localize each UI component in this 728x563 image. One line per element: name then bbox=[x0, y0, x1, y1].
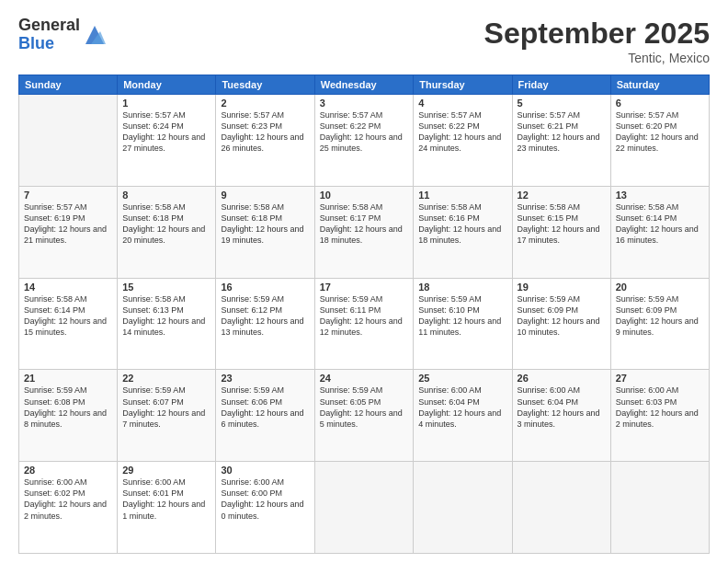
cell-w1-d3: 10Sunrise: 5:58 AM Sunset: 6:17 PM Dayli… bbox=[314, 186, 414, 278]
th-tuesday: Tuesday bbox=[216, 75, 314, 95]
cell-w0-d4: 4Sunrise: 5:57 AM Sunset: 6:22 PM Daylig… bbox=[414, 95, 512, 187]
calendar: Sunday Monday Tuesday Wednesday Thursday… bbox=[18, 75, 710, 554]
day-number: 24 bbox=[320, 373, 409, 384]
day-info: Sunrise: 6:00 AM Sunset: 6:03 PM Dayligh… bbox=[616, 385, 704, 430]
week-row-3: 21Sunrise: 5:59 AM Sunset: 6:08 PM Dayli… bbox=[19, 370, 710, 462]
cell-w3-d0: 21Sunrise: 5:59 AM Sunset: 6:08 PM Dayli… bbox=[19, 370, 118, 462]
cell-w1-d1: 8Sunrise: 5:58 AM Sunset: 6:18 PM Daylig… bbox=[118, 186, 216, 278]
day-number: 19 bbox=[518, 282, 606, 293]
day-info: Sunrise: 5:57 AM Sunset: 6:24 PM Dayligh… bbox=[122, 109, 210, 155]
day-number: 10 bbox=[320, 190, 409, 201]
day-number: 30 bbox=[221, 465, 309, 476]
day-number: 12 bbox=[518, 190, 606, 201]
cell-w2-d2: 16Sunrise: 5:59 AM Sunset: 6:12 PM Dayli… bbox=[216, 278, 314, 370]
logo-general: General bbox=[18, 17, 80, 35]
cell-w0-d6: 6Sunrise: 5:57 AM Sunset: 6:20 PM Daylig… bbox=[610, 95, 709, 187]
cell-w2-d5: 19Sunrise: 5:59 AM Sunset: 6:09 PM Dayli… bbox=[512, 278, 610, 370]
week-row-1: 7Sunrise: 5:57 AM Sunset: 6:19 PM Daylig… bbox=[19, 186, 710, 278]
cell-w0-d5: 5Sunrise: 5:57 AM Sunset: 6:21 PM Daylig… bbox=[512, 95, 610, 187]
day-info: Sunrise: 5:57 AM Sunset: 6:20 PM Dayligh… bbox=[616, 109, 704, 155]
day-number: 13 bbox=[616, 190, 704, 201]
cell-w2-d6: 20Sunrise: 5:59 AM Sunset: 6:09 PM Dayli… bbox=[610, 278, 709, 370]
day-number: 4 bbox=[418, 98, 506, 109]
cell-w1-d4: 11Sunrise: 5:58 AM Sunset: 6:16 PM Dayli… bbox=[414, 186, 512, 278]
day-info: Sunrise: 5:58 AM Sunset: 6:18 PM Dayligh… bbox=[122, 201, 210, 247]
cell-w1-d5: 12Sunrise: 5:58 AM Sunset: 6:15 PM Dayli… bbox=[512, 186, 610, 278]
day-info: Sunrise: 5:59 AM Sunset: 6:10 PM Dayligh… bbox=[418, 293, 506, 339]
day-info: Sunrise: 5:58 AM Sunset: 6:14 PM Dayligh… bbox=[616, 201, 704, 247]
week-row-0: 1Sunrise: 5:57 AM Sunset: 6:24 PM Daylig… bbox=[19, 95, 710, 187]
cell-w1-d0: 7Sunrise: 5:57 AM Sunset: 6:19 PM Daylig… bbox=[19, 186, 118, 278]
day-number: 18 bbox=[418, 282, 506, 293]
logo-icon bbox=[82, 22, 108, 48]
cell-w3-d5: 26Sunrise: 6:00 AM Sunset: 6:04 PM Dayli… bbox=[512, 370, 610, 462]
cell-w4-d1: 29Sunrise: 6:00 AM Sunset: 6:01 PM Dayli… bbox=[118, 462, 216, 554]
th-wednesday: Wednesday bbox=[314, 75, 414, 95]
day-info: Sunrise: 5:57 AM Sunset: 6:22 PM Dayligh… bbox=[418, 109, 506, 155]
day-number: 20 bbox=[616, 282, 704, 293]
day-info: Sunrise: 5:59 AM Sunset: 6:09 PM Dayligh… bbox=[518, 293, 606, 339]
cell-w3-d2: 23Sunrise: 5:59 AM Sunset: 6:06 PM Dayli… bbox=[216, 370, 314, 462]
cell-w4-d5 bbox=[512, 462, 610, 554]
day-number: 1 bbox=[122, 98, 210, 109]
cell-w3-d6: 27Sunrise: 6:00 AM Sunset: 6:03 PM Dayli… bbox=[610, 370, 709, 462]
cell-w4-d4 bbox=[414, 462, 512, 554]
day-info: Sunrise: 5:57 AM Sunset: 6:21 PM Dayligh… bbox=[518, 109, 606, 155]
day-number: 23 bbox=[221, 373, 309, 384]
day-info: Sunrise: 5:58 AM Sunset: 6:17 PM Dayligh… bbox=[320, 201, 409, 247]
day-info: Sunrise: 5:58 AM Sunset: 6:18 PM Dayligh… bbox=[221, 201, 309, 247]
day-info: Sunrise: 5:58 AM Sunset: 6:13 PM Dayligh… bbox=[122, 293, 210, 339]
day-info: Sunrise: 5:58 AM Sunset: 6:15 PM Dayligh… bbox=[518, 201, 606, 247]
day-number: 28 bbox=[24, 465, 112, 476]
day-number: 11 bbox=[418, 190, 506, 201]
cell-w3-d3: 24Sunrise: 5:59 AM Sunset: 6:05 PM Dayli… bbox=[314, 370, 414, 462]
cell-w1-d2: 9Sunrise: 5:58 AM Sunset: 6:18 PM Daylig… bbox=[216, 186, 314, 278]
day-number: 21 bbox=[24, 373, 112, 384]
day-number: 6 bbox=[616, 98, 704, 109]
day-info: Sunrise: 5:59 AM Sunset: 6:07 PM Dayligh… bbox=[122, 385, 210, 430]
week-row-2: 14Sunrise: 5:58 AM Sunset: 6:14 PM Dayli… bbox=[19, 278, 710, 370]
cell-w0-d0 bbox=[19, 95, 118, 187]
th-sunday: Sunday bbox=[19, 75, 118, 95]
day-info: Sunrise: 5:57 AM Sunset: 6:23 PM Dayligh… bbox=[221, 109, 309, 155]
day-info: Sunrise: 5:59 AM Sunset: 6:12 PM Dayligh… bbox=[221, 293, 309, 339]
location: Tentic, Mexico bbox=[484, 51, 710, 65]
cell-w3-d1: 22Sunrise: 5:59 AM Sunset: 6:07 PM Dayli… bbox=[118, 370, 216, 462]
day-number: 8 bbox=[122, 190, 210, 201]
day-info: Sunrise: 5:57 AM Sunset: 6:19 PM Dayligh… bbox=[24, 201, 112, 247]
day-info: Sunrise: 6:00 AM Sunset: 6:00 PM Dayligh… bbox=[221, 477, 309, 522]
cell-w0-d1: 1Sunrise: 5:57 AM Sunset: 6:24 PM Daylig… bbox=[118, 95, 216, 187]
page: General Blue September 2025 Tentic, Mexi… bbox=[0, 0, 728, 563]
cell-w1-d6: 13Sunrise: 5:58 AM Sunset: 6:14 PM Dayli… bbox=[610, 186, 709, 278]
day-number: 16 bbox=[221, 282, 309, 293]
th-thursday: Thursday bbox=[414, 75, 512, 95]
day-number: 7 bbox=[24, 190, 112, 201]
day-info: Sunrise: 5:58 AM Sunset: 6:14 PM Dayligh… bbox=[24, 293, 112, 339]
cell-w0-d2: 2Sunrise: 5:57 AM Sunset: 6:23 PM Daylig… bbox=[216, 95, 314, 187]
logo-text: General Blue bbox=[18, 17, 80, 53]
day-number: 3 bbox=[320, 98, 409, 109]
day-number: 27 bbox=[616, 373, 704, 384]
cell-w2-d4: 18Sunrise: 5:59 AM Sunset: 6:10 PM Dayli… bbox=[414, 278, 512, 370]
day-info: Sunrise: 5:59 AM Sunset: 6:06 PM Dayligh… bbox=[221, 385, 309, 430]
th-friday: Friday bbox=[512, 75, 610, 95]
cell-w3-d4: 25Sunrise: 6:00 AM Sunset: 6:04 PM Dayli… bbox=[414, 370, 512, 462]
day-info: Sunrise: 5:59 AM Sunset: 6:05 PM Dayligh… bbox=[320, 385, 409, 430]
th-monday: Monday bbox=[118, 75, 216, 95]
day-number: 29 bbox=[122, 465, 210, 476]
day-number: 9 bbox=[221, 190, 309, 201]
day-number: 26 bbox=[518, 373, 606, 384]
day-info: Sunrise: 5:59 AM Sunset: 6:08 PM Dayligh… bbox=[24, 385, 112, 430]
day-info: Sunrise: 5:59 AM Sunset: 6:09 PM Dayligh… bbox=[616, 293, 704, 339]
cell-w4-d3 bbox=[314, 462, 414, 554]
day-info: Sunrise: 6:00 AM Sunset: 6:01 PM Dayligh… bbox=[122, 477, 210, 522]
header-row: Sunday Monday Tuesday Wednesday Thursday… bbox=[19, 75, 710, 95]
day-info: Sunrise: 6:00 AM Sunset: 6:02 PM Dayligh… bbox=[24, 477, 112, 522]
logo: General Blue bbox=[18, 17, 108, 53]
logo-blue: Blue bbox=[18, 35, 80, 53]
day-info: Sunrise: 5:58 AM Sunset: 6:16 PM Dayligh… bbox=[418, 201, 506, 247]
day-info: Sunrise: 5:59 AM Sunset: 6:11 PM Dayligh… bbox=[320, 293, 409, 339]
day-number: 17 bbox=[320, 282, 409, 293]
cell-w2-d0: 14Sunrise: 5:58 AM Sunset: 6:14 PM Dayli… bbox=[19, 278, 118, 370]
day-info: Sunrise: 6:00 AM Sunset: 6:04 PM Dayligh… bbox=[418, 385, 506, 430]
